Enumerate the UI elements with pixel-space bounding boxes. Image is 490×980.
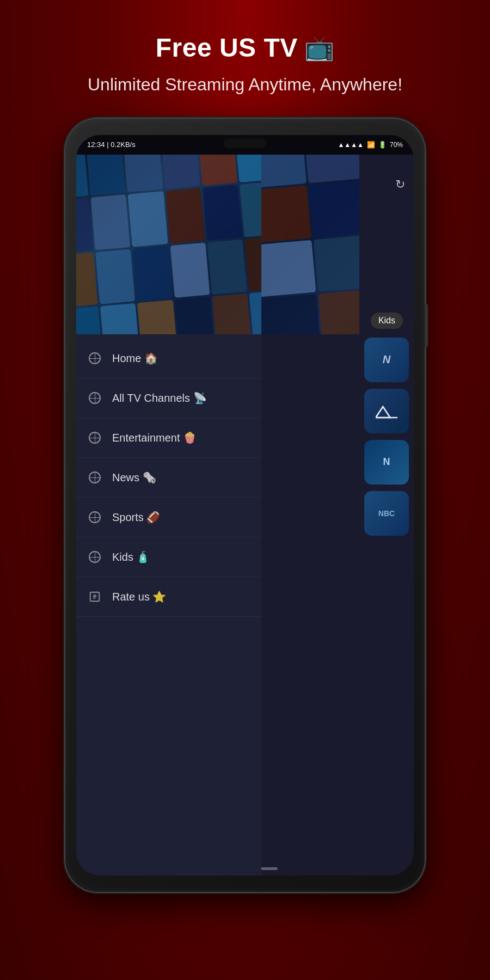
globe-icon-kids: [87, 549, 102, 565]
subtitle: Unlimited Streaming Anytime, Anywhere!: [88, 72, 402, 97]
mosaic-cell: [235, 155, 261, 183]
mosaic-cell: [137, 299, 177, 334]
globe-icon-home: [87, 351, 102, 366]
channel-icon-4[interactable]: NBC: [364, 491, 409, 536]
drawer-mosaic: [76, 155, 261, 334]
globe-icon-news: [87, 470, 102, 485]
menu-label-entertainment: Entertainment 🍿: [112, 431, 197, 444]
menu-item-all-tv[interactable]: All TV Channels 📡: [76, 378, 261, 418]
drawer-header-image: [76, 155, 261, 334]
menu-item-sports[interactable]: Sports 🏈: [76, 498, 261, 537]
mosaic-cell: [133, 246, 173, 301]
menu-label-home: Home 🏠: [112, 352, 158, 365]
channel-icon-3[interactable]: N: [364, 440, 409, 485]
channel-icon-list: N N NBC: [359, 155, 414, 875]
battery-percent: 70%: [390, 141, 403, 149]
battery-icon: 🔋: [378, 141, 387, 149]
mosaic-cell: [207, 239, 247, 295]
mosaic-cell: [128, 191, 168, 247]
menu-item-entertainment[interactable]: Entertainment 🍿: [76, 418, 261, 458]
mosaic-cell: [86, 155, 126, 195]
menu-label-kids: Kids 🧴: [112, 550, 150, 564]
channel-icon-adidas[interactable]: [364, 389, 409, 433]
mosaic-cell: [244, 236, 261, 291]
mosaic-cell: [212, 293, 252, 334]
menu-item-home[interactable]: Home 🏠: [76, 339, 261, 378]
mosaic-cell: [123, 155, 163, 193]
mosaic-cell: [76, 252, 98, 308]
channel-icon-nfl-1[interactable]: N: [364, 338, 409, 382]
mosaic-cell: [170, 242, 210, 298]
mosaic-cell: [76, 306, 103, 334]
globe-icon-sports: [87, 510, 102, 525]
mosaic-cell: [161, 155, 200, 189]
status-right: ▲▲▲▲ 📶 🔋 70%: [338, 141, 403, 149]
signal-icon: ▲▲▲▲: [338, 141, 364, 149]
globe-icon-all-tv: [87, 390, 102, 406]
menu-items-list: Home 🏠 All TV Channels 📡 Entertainment 🍿: [76, 334, 261, 621]
menu-label-news: News 🗞️: [112, 471, 156, 484]
side-button: [425, 304, 428, 347]
drawer-menu: Home 🏠 All TV Channels 📡 Entertainment 🍿: [76, 155, 261, 875]
mosaic-cell: [203, 185, 242, 240]
menu-item-kids[interactable]: Kids 🧴: [76, 537, 261, 577]
mosaic-cell: [165, 188, 205, 243]
title-text: Free US TV: [156, 33, 298, 63]
menu-label-rate-us: Rate us ⭐: [112, 590, 166, 603]
menu-label-sports: Sports 🏈: [112, 511, 160, 524]
mosaic-cell: [100, 303, 140, 334]
phone-screen: 12:34 | 0.2KB/s ▲▲▲▲ 📶 🔋 70%: [76, 135, 414, 875]
rate-icon: [87, 589, 102, 604]
header-section: Free US TV 📺 Unlimited Streaming Anytime…: [66, 0, 424, 113]
main-title: Free US TV 📺: [88, 33, 402, 63]
mosaic-cell: [249, 290, 261, 334]
mosaic-cell: [76, 155, 89, 199]
menu-item-rate-us[interactable]: Rate us ⭐: [76, 577, 261, 617]
svg-marker-4: [376, 407, 390, 418]
mosaic-cell: [76, 198, 93, 253]
mosaic-cell: [198, 155, 237, 186]
phone-shell: 12:34 | 0.2KB/s ▲▲▲▲ 📶 🔋 70%: [65, 119, 425, 892]
kids-badge[interactable]: Kids: [371, 313, 403, 329]
menu-item-news[interactable]: News 🗞️: [76, 458, 261, 498]
mosaic-cell: [95, 249, 135, 304]
refresh-button[interactable]: ↻: [395, 177, 405, 192]
menu-label-all-tv: All TV Channels 📡: [112, 391, 207, 405]
mosaic-cell: [175, 296, 215, 334]
globe-icon-entertainment: [87, 430, 102, 445]
camera-notch: [223, 138, 267, 148]
mosaic-cell: [240, 181, 261, 237]
tv-emoji: 📺: [304, 34, 335, 62]
mosaic-cell: [91, 194, 131, 250]
phone-device: 12:34 | 0.2KB/s ▲▲▲▲ 📶 🔋 70%: [65, 119, 425, 892]
status-time: 12:34 | 0.2KB/s: [87, 140, 136, 149]
wifi-icon: 📶: [367, 141, 375, 149]
